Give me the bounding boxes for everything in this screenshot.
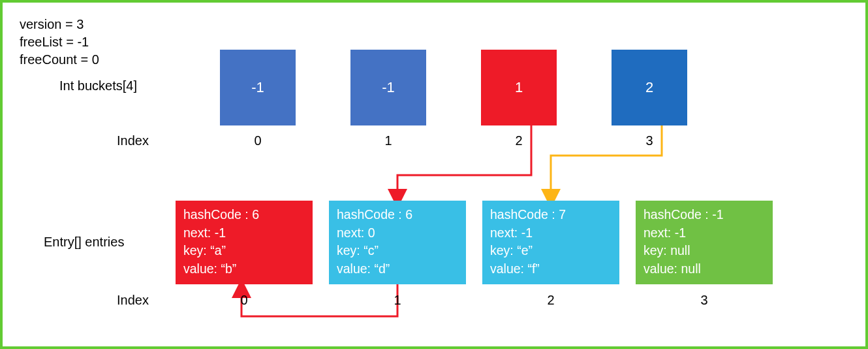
entry-index-1: 1 bbox=[388, 293, 407, 308]
bucket-3: 2 bbox=[612, 50, 687, 125]
entry-index-2: 2 bbox=[541, 293, 561, 308]
bucket-index-0: 0 bbox=[248, 133, 268, 148]
meta-version: version = 3 bbox=[20, 16, 99, 33]
meta-freecount: freeCount = 0 bbox=[20, 51, 99, 69]
meta-block: version = 3 freeList = -1 freeCount = 0 bbox=[20, 16, 99, 69]
entry-index-3: 3 bbox=[694, 293, 714, 308]
entry-0-key: key: “a” bbox=[183, 242, 305, 260]
entry1-to-entry0 bbox=[241, 284, 397, 316]
entry-0-hashCode: hashCode : 6 bbox=[183, 206, 305, 224]
bucket-index-1: 1 bbox=[379, 133, 398, 148]
entry-3-value: value: null bbox=[643, 260, 765, 278]
entries-label: Entry[] entries bbox=[44, 235, 124, 250]
bucket-2: 1 bbox=[481, 50, 557, 125]
entry-1-value: value: “d” bbox=[337, 260, 458, 278]
entry-3: hashCode : -1next: -1key: nullvalue: nul… bbox=[636, 201, 773, 284]
entry-2-key: key: “e” bbox=[490, 242, 612, 260]
bucket-0: -1 bbox=[220, 50, 296, 125]
bucket-index-2: 2 bbox=[509, 133, 529, 148]
entry-2-value: value: “f” bbox=[490, 260, 612, 278]
entry-0-value: value: “b” bbox=[183, 260, 305, 278]
diagram-frame: version = 3 freeList = -1 freeCount = 0 … bbox=[0, 0, 868, 349]
entries-index-label: Index bbox=[117, 293, 149, 308]
entry-0: hashCode : 6next: -1key: “a”value: “b” bbox=[176, 201, 313, 284]
entry-2: hashCode : 7next: -1key: “e”value: “f” bbox=[482, 201, 619, 284]
entry-index-0: 0 bbox=[234, 293, 254, 308]
entry-3-hashCode: hashCode : -1 bbox=[643, 206, 765, 224]
entry-0-next: next: -1 bbox=[183, 224, 305, 242]
bucket-1: -1 bbox=[350, 50, 426, 125]
entry-2-hashCode: hashCode : 7 bbox=[490, 206, 612, 224]
entry-3-key: key: null bbox=[643, 242, 765, 260]
entry-3-next: next: -1 bbox=[643, 224, 765, 242]
entry-1-key: key: “c” bbox=[337, 242, 458, 260]
entry-1: hashCode : 6next: 0key: “c”value: “d” bbox=[329, 201, 466, 284]
meta-freelist: freeList = -1 bbox=[20, 33, 99, 51]
buckets-index-label: Index bbox=[117, 133, 149, 148]
bucket-index-3: 3 bbox=[640, 133, 659, 148]
entry-1-hashCode: hashCode : 6 bbox=[337, 206, 458, 224]
entry-2-next: next: -1 bbox=[490, 224, 612, 242]
entry-1-next: next: 0 bbox=[337, 224, 458, 242]
buckets-label: Int buckets[4] bbox=[59, 78, 137, 93]
